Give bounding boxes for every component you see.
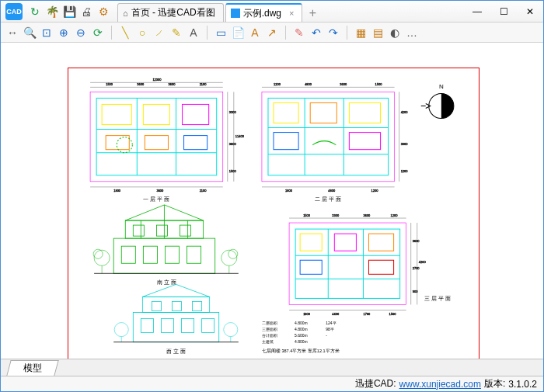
compass-label: N	[439, 83, 444, 90]
separator	[111, 26, 112, 40]
more-icon[interactable]: …	[405, 26, 419, 40]
model-icon[interactable]: ◐	[388, 26, 402, 40]
layout-tabs: 模型	[1, 359, 543, 376]
svg-rect-38	[310, 102, 337, 123]
svg-text:1500: 1500	[106, 82, 113, 86]
layers-icon[interactable]: ▦	[354, 26, 368, 40]
svg-rect-67	[180, 225, 191, 236]
svg-text:3300: 3300	[229, 110, 237, 114]
page-icon[interactable]: 📄	[231, 26, 245, 40]
svg-rect-41	[349, 133, 380, 150]
redo-icon[interactable]: ↷	[326, 26, 340, 40]
arrow-icon[interactable]: ↗	[265, 26, 279, 40]
svg-text:11400: 11400	[235, 134, 245, 138]
svg-text:1200: 1200	[401, 169, 409, 173]
titlebar: CAD ↻ 🌴 💾 🖨 ⚙ ⌂ 首页 - 迅捷CAD看图 示例.dwg × + …	[1, 1, 543, 23]
svg-text:4.800m: 4.800m	[295, 327, 308, 331]
svg-marker-77	[142, 284, 209, 297]
pencil-icon[interactable]: ✎	[169, 26, 183, 40]
svg-text:1500: 1500	[229, 169, 237, 173]
separator	[347, 26, 347, 40]
annotate-icon[interactable]: A	[248, 26, 262, 40]
rect-icon[interactable]: ▭	[214, 26, 228, 40]
svg-rect-11	[145, 136, 168, 150]
sheet-frame: N	[68, 68, 479, 359]
svg-rect-65	[133, 225, 144, 236]
svg-text:1500: 1500	[375, 82, 383, 86]
svg-text:98平: 98平	[326, 327, 334, 331]
svg-text:三层面积: 三层面积	[262, 327, 277, 331]
svg-text:3600: 3600	[137, 82, 145, 86]
zoom-out-icon[interactable]: ⊖	[74, 26, 88, 40]
svg-text:4.800m: 4.800m	[295, 339, 308, 344]
zoom-icon[interactable]: 🔍	[23, 26, 37, 40]
titlebar-quick-icons: ↻ 🌴 💾 🖨 ⚙	[29, 5, 110, 18]
svg-rect-1	[90, 92, 223, 181]
maximize-button[interactable]: ☐	[490, 3, 517, 20]
home-icon: ⌂	[123, 9, 128, 18]
svg-text:900: 900	[413, 290, 418, 293]
tab-close-icon[interactable]: ×	[289, 9, 294, 18]
svg-text:4.800m: 4.800m	[295, 321, 308, 325]
svg-rect-75	[133, 312, 218, 342]
svg-rect-91	[295, 229, 400, 298]
svg-text:3600: 3600	[413, 239, 420, 243]
line-icon[interactable]: ╲	[118, 26, 132, 40]
svg-rect-9	[183, 104, 209, 124]
text-icon[interactable]: A	[187, 26, 201, 40]
close-button[interactable]: ✕	[517, 3, 543, 20]
svg-text:3600: 3600	[156, 189, 164, 193]
status-version-label: 版本:	[484, 377, 505, 390]
svg-rect-79	[161, 319, 173, 333]
separator	[285, 26, 286, 40]
svg-point-72	[228, 249, 238, 258]
svg-rect-64	[187, 246, 201, 263]
tab-file[interactable]: 示例.dwg ×	[225, 3, 303, 22]
edit-icon[interactable]: ✎	[292, 26, 306, 40]
svg-text:3600: 3600	[340, 82, 347, 86]
svg-text:1560: 1560	[389, 312, 397, 316]
new-tab-button[interactable]: +	[304, 5, 321, 22]
svg-rect-96	[300, 234, 322, 251]
palm-icon[interactable]: 🌴	[46, 5, 58, 18]
svg-rect-32	[268, 98, 389, 175]
rotate-icon[interactable]: ⟳	[91, 26, 105, 40]
print-icon[interactable]: 🖨	[80, 5, 92, 18]
svg-rect-55	[113, 238, 215, 273]
settings-icon[interactable]: ⚙	[97, 5, 110, 18]
svg-rect-80	[182, 319, 194, 333]
save-icon[interactable]: 💾	[63, 5, 75, 18]
svg-text:1760: 1760	[363, 312, 371, 316]
plan3-title: 三 层 平 面	[424, 296, 451, 301]
zoom-in-icon[interactable]: ⊕	[57, 26, 71, 40]
refresh-icon[interactable]: ↻	[29, 5, 41, 18]
svg-text:2100: 2100	[200, 189, 207, 193]
svg-rect-82	[152, 301, 161, 310]
svg-rect-66	[156, 225, 167, 236]
undo-icon[interactable]: ↶	[309, 26, 323, 40]
pan-icon[interactable]: ↔	[5, 26, 19, 40]
svg-text:1200: 1200	[391, 213, 399, 217]
svg-rect-2	[96, 98, 217, 175]
svg-rect-7	[102, 104, 131, 124]
tab-home-label: 首页 - 迅捷CAD看图	[131, 6, 215, 19]
svg-rect-97	[334, 234, 356, 251]
tab-file-label: 示例.dwg	[243, 7, 281, 20]
status-bar: 迅捷CAD: www.xunjiecad.com 版本: 3.1.0.2	[1, 376, 543, 391]
drawing-canvas[interactable]: N	[1, 43, 543, 359]
status-url-link[interactable]: www.xunjiecad.com	[399, 379, 481, 390]
model-tab[interactable]: 模型	[6, 360, 58, 376]
svg-point-13	[117, 137, 132, 153]
svg-text:1200: 1200	[371, 189, 378, 193]
separator	[207, 26, 207, 40]
tab-home[interactable]: ⌂ 首页 - 迅捷CAD看图	[117, 3, 224, 22]
svg-rect-90	[289, 223, 406, 304]
grid-icon[interactable]: ▤	[371, 26, 385, 40]
minimize-button[interactable]: —	[464, 3, 490, 20]
svg-point-85	[114, 323, 128, 337]
svg-text:1800: 1800	[303, 312, 311, 316]
circle-icon[interactable]: ○	[135, 26, 149, 40]
svg-text:3600: 3600	[168, 82, 176, 86]
arc-icon[interactable]: ⟋	[152, 26, 166, 40]
fit-icon[interactable]: ⊡	[40, 26, 54, 40]
